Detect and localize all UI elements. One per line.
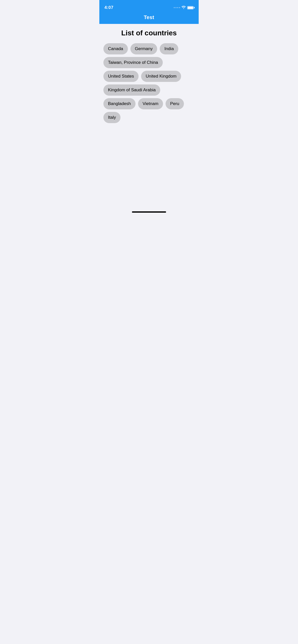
- status-icons: [174, 6, 194, 10]
- chip-bangladesh[interactable]: Bangladesh: [103, 98, 136, 109]
- nav-bar: Test: [99, 13, 199, 24]
- chip-italy[interactable]: Italy: [103, 112, 120, 123]
- chip-taiwan[interactable]: Taiwan, Province of China: [103, 57, 163, 68]
- chip-kingdom-of-saudi-arabia[interactable]: Kingdom of Saudi Arabia: [103, 84, 160, 96]
- page-title: List of countries: [103, 29, 195, 37]
- battery-icon: [187, 6, 194, 9]
- chip-canada[interactable]: Canada: [103, 43, 128, 54]
- home-indicator: [132, 211, 166, 213]
- chip-peru[interactable]: Peru: [166, 98, 184, 109]
- chips-container: CanadaGermanyIndiaTaiwan, Province of Ch…: [103, 43, 195, 123]
- signal-dots-icon: [174, 7, 180, 8]
- chip-vietnam[interactable]: Vietnam: [138, 98, 163, 109]
- status-bar: 4:07: [99, 0, 199, 13]
- status-time: 4:07: [104, 5, 113, 10]
- chip-united-kingdom[interactable]: United Kingdom: [141, 71, 181, 82]
- main-content: List of countries CanadaGermanyIndiaTaiw…: [99, 24, 199, 128]
- chip-united-states[interactable]: United States: [103, 71, 139, 82]
- wifi-icon: [182, 6, 186, 10]
- chip-germany[interactable]: Germany: [130, 43, 157, 54]
- chip-india[interactable]: India: [160, 43, 178, 54]
- nav-title: Test: [144, 14, 154, 20]
